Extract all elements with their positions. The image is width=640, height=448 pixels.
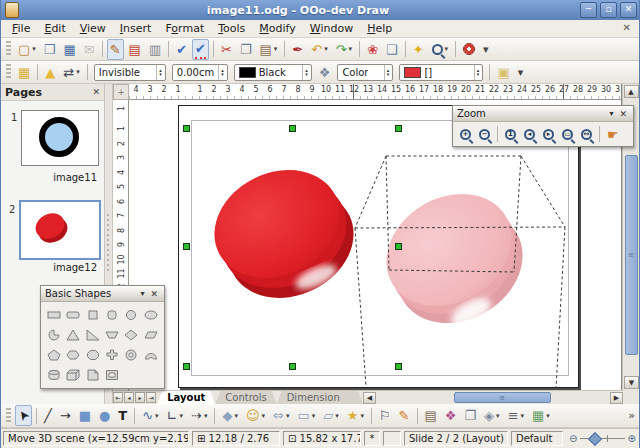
menu-item[interactable]: File xyxy=(5,21,37,36)
print-button[interactable]: ▥ xyxy=(146,39,164,60)
last-page-button[interactable]: ⇥ xyxy=(146,392,156,403)
tab-layout[interactable]: Layout xyxy=(157,391,215,404)
selection-handle[interactable] xyxy=(289,363,296,370)
ellipse-button[interactable]: ● xyxy=(96,405,113,426)
callouts-button[interactable]: ▱▾ xyxy=(320,405,342,426)
horizontal-scroll-thumb[interactable]: ≡ xyxy=(454,392,551,403)
toolbar-options-button[interactable]: ▾ xyxy=(480,39,492,60)
paste-dropdown[interactable]: ▾ xyxy=(274,45,278,53)
maximize-button[interactable]: ▫ xyxy=(600,2,617,18)
zoom-slider-thumb[interactable] xyxy=(588,432,602,446)
zoom-out-icon[interactable]: ⊖ xyxy=(569,433,577,444)
line-button[interactable]: ╱ xyxy=(41,405,55,426)
open-button[interactable]: ❒ xyxy=(41,39,59,60)
lines-and-arrows-button[interactable]: ⇢▾ xyxy=(188,405,210,426)
new-document-dropdown[interactable]: ▾ xyxy=(32,45,36,53)
slide-indicator[interactable]: Slide 2 / 2 (Layout) xyxy=(404,431,508,446)
page-style-cell[interactable]: Default xyxy=(511,431,563,446)
fill-color-combobox[interactable]: [] ▴▾ xyxy=(399,64,483,81)
arrange-dropdown[interactable]: ▾ xyxy=(546,412,550,420)
block-arrows-button[interactable]: ⇔▾ xyxy=(270,405,292,426)
spin-buttons[interactable]: ▴▾ xyxy=(302,65,310,80)
document-as-email-button[interactable]: ✉ xyxy=(81,39,98,60)
points-button[interactable]: ⚐ xyxy=(376,405,394,426)
basic-shapes-dropdown[interactable]: ▾ xyxy=(234,412,238,420)
menu-item[interactable]: Edit xyxy=(37,21,72,36)
horizontal-ruler[interactable]: 4321123456789101112131415161718192021222… xyxy=(129,84,621,100)
shape-folded-corner-button[interactable] xyxy=(84,365,102,384)
menu-item[interactable]: Format xyxy=(158,21,211,36)
shape-regular-pentagon-button[interactable] xyxy=(45,345,63,364)
line-dialog-button[interactable]: ▲ xyxy=(42,62,58,83)
tab-dimension-lines[interactable]: Dimension Lines xyxy=(277,391,363,404)
auto-spellcheck-button[interactable]: ✔ xyxy=(192,39,209,60)
flowcharts-dropdown[interactable]: ▾ xyxy=(312,412,316,420)
copy-button[interactable]: ❐ xyxy=(237,39,255,60)
shape-cylinder-button[interactable] xyxy=(45,365,63,384)
shape-hexagon-button[interactable] xyxy=(64,345,82,364)
paste-button[interactable]: ▤▾ xyxy=(257,39,281,60)
export-pdf-button[interactable]: ▤ xyxy=(126,39,144,60)
glue-points-button[interactable]: ✎ xyxy=(396,405,413,426)
zoom-in-icon[interactable]: ⊕ xyxy=(628,433,636,444)
new-document-button[interactable]: ▢▾ xyxy=(15,39,39,60)
text-button[interactable]: T xyxy=(115,405,130,426)
spin-buttons[interactable]: ▴▾ xyxy=(384,65,392,80)
zoom-toolbar-titlebar[interactable]: Zoom ▾ ✕ xyxy=(453,106,633,122)
next-page-button[interactable]: ▸ xyxy=(135,392,145,403)
lines-and-arrows-dropdown[interactable]: ▾ xyxy=(204,412,208,420)
page-thumbnail-2-label[interactable]: image12 xyxy=(19,262,97,273)
callouts-dropdown[interactable]: ▾ xyxy=(335,412,339,420)
selection-handle[interactable] xyxy=(395,363,402,370)
selection-handle[interactable] xyxy=(289,125,296,132)
selection-handle[interactable] xyxy=(395,243,402,250)
menu-item[interactable]: Tools xyxy=(211,21,252,36)
fill-dialog-button[interactable]: ❖ xyxy=(316,62,334,83)
toolbar-menu-arrow-icon[interactable]: ▾ xyxy=(136,289,148,298)
zoom-out-button[interactable]: − xyxy=(476,124,493,145)
toolbar-grip[interactable] xyxy=(6,41,11,57)
pink-disc-object[interactable] xyxy=(366,171,544,345)
redo-dropdown[interactable]: ▾ xyxy=(349,45,353,53)
selection-handle[interactable] xyxy=(183,243,190,250)
basic-shapes-titlebar[interactable]: Basic Shapes ▾ ✕ xyxy=(41,286,164,302)
gallery-button[interactable]: ❀ xyxy=(364,39,381,60)
3d-objects-dropdown[interactable]: ▾ xyxy=(496,412,500,420)
zoom-slider-track[interactable] xyxy=(580,438,624,439)
redo-button[interactable]: ↷▾ xyxy=(333,39,355,60)
scroll-down-button[interactable]: ▼ xyxy=(624,376,639,389)
menu-item[interactable]: Help xyxy=(360,21,399,36)
line-width-combobox[interactable]: 0.00cm ▴▾ xyxy=(172,64,228,81)
undo-dropdown[interactable]: ▾ xyxy=(324,45,328,53)
shape-right-triangle-button[interactable] xyxy=(84,325,102,344)
zoom-toolbar-close-icon[interactable]: ✕ xyxy=(617,109,629,119)
zoom-next-button[interactable]: ▸ xyxy=(540,124,557,145)
shape-isosceles-triangle-button[interactable] xyxy=(64,325,82,344)
selection-handle[interactable] xyxy=(183,125,190,132)
select-button[interactable]: ➤ xyxy=(15,405,32,426)
connector-dropdown[interactable]: ▾ xyxy=(179,412,183,420)
shape-ring-button[interactable] xyxy=(122,345,140,364)
stars-button[interactable]: ★▾ xyxy=(344,405,367,426)
scroll-right-button[interactable]: ▶ xyxy=(610,392,623,404)
rectangle-button[interactable]: ■ xyxy=(76,405,94,426)
flowcharts-button[interactable]: ▭▾ xyxy=(294,405,318,426)
zoom-page-width-button[interactable]: ↔ xyxy=(578,124,595,145)
red-disc-object[interactable] xyxy=(196,150,372,319)
zoom-in-button[interactable]: + xyxy=(457,124,474,145)
shape-frame-button[interactable] xyxy=(103,365,121,384)
basic-shapes-button[interactable]: ◆▾ xyxy=(219,405,241,426)
cut-button[interactable]: ✂ xyxy=(218,39,235,60)
3d-objects-button[interactable]: ◈▾ xyxy=(481,405,503,426)
line-color-combobox[interactable]: Black ▴▾ xyxy=(234,64,312,81)
object-zoom-button[interactable]: ☛ xyxy=(604,124,622,145)
help-button[interactable] xyxy=(460,39,478,60)
symbol-shapes-button[interactable]: ☺▾ xyxy=(243,405,268,426)
zoom-100-button[interactable]: 1 xyxy=(502,124,519,145)
line-ends-arrow-button[interactable]: → xyxy=(57,405,74,426)
symbol-shapes-dropdown[interactable]: ▾ xyxy=(262,412,266,420)
shape-circle-pie-button[interactable] xyxy=(45,325,63,344)
vertical-scroll-thumb[interactable]: ≡ xyxy=(625,155,638,355)
scroll-left-button[interactable]: ◀ xyxy=(363,392,376,404)
scroll-up-button[interactable]: ▲ xyxy=(624,85,639,98)
